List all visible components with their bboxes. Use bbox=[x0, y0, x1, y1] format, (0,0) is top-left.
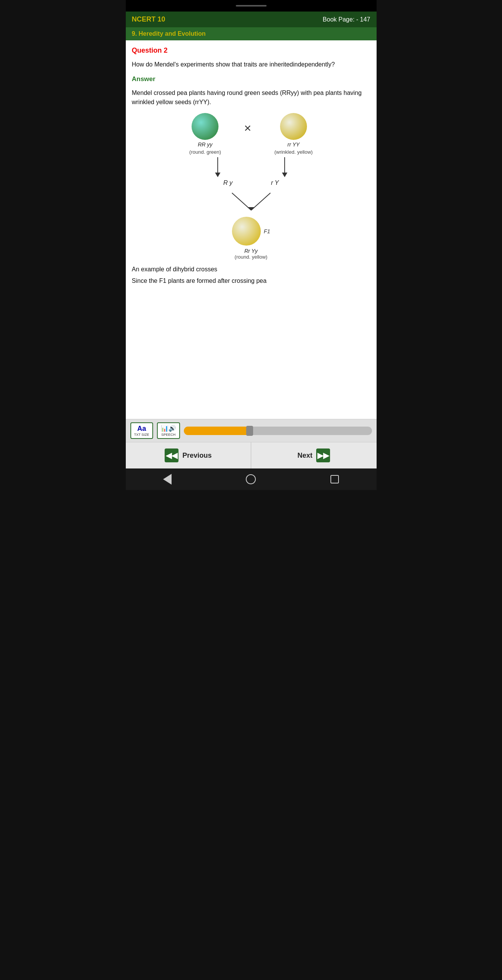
gamete1-label: R y bbox=[223, 179, 232, 186]
previous-label: Previous bbox=[182, 452, 212, 460]
converge-arrows-svg bbox=[209, 191, 294, 212]
parent1-seed bbox=[192, 113, 218, 140]
svg-line-2 bbox=[251, 193, 270, 210]
chapter-bar: 9. Heredity and Evolution bbox=[126, 27, 377, 40]
page-reference: Book Page: - 147 bbox=[323, 16, 370, 23]
arrow-row-1 bbox=[215, 156, 287, 178]
previous-icon: ◀◀ bbox=[165, 448, 178, 462]
txt-size-button[interactable]: Aa TXT SIZE bbox=[130, 422, 153, 439]
content-area: Question 2 How do Mendel's experiments s… bbox=[126, 40, 377, 419]
f1-seed-row: F1 bbox=[232, 217, 270, 246]
f1-seed bbox=[232, 217, 261, 246]
arrow-head-2 bbox=[282, 173, 287, 177]
answer-intro: Mendel crossed pea plants having round g… bbox=[132, 88, 370, 107]
next-icon: ▶▶ bbox=[316, 448, 330, 462]
home-circle-icon bbox=[246, 474, 256, 484]
header-top: NCERT 10 Book Page: - 147 bbox=[126, 12, 377, 27]
phone-container: NCERT 10 Book Page: - 147 9. Heredity an… bbox=[126, 0, 377, 490]
f1-genotype: Rr Yy bbox=[244, 248, 258, 254]
next-button[interactable]: Next ▶▶ bbox=[251, 442, 377, 468]
parent2-genotype: rr YY bbox=[287, 141, 300, 148]
toolbar: Aa TXT SIZE 📊🔊 SPEECH bbox=[126, 419, 377, 442]
recents-button[interactable] bbox=[329, 474, 340, 485]
parent2: rr YY (wrinkled. yellow) bbox=[274, 113, 313, 155]
back-triangle-icon bbox=[163, 474, 172, 485]
f1-inline-label: F1 bbox=[264, 228, 270, 234]
parent2-phenotype: (wrinkled. yellow) bbox=[274, 149, 313, 155]
gamete-row: R y r Y bbox=[223, 179, 279, 186]
slider-thumb[interactable] bbox=[246, 426, 253, 436]
home-button[interactable] bbox=[245, 474, 256, 485]
cross-symbol: × bbox=[244, 121, 252, 135]
f1-section: F1 Rr Yy (round. yellow) bbox=[232, 217, 270, 260]
question-label: Question 2 bbox=[132, 47, 370, 55]
speech-button[interactable]: 📊🔊 SPEECH bbox=[157, 422, 180, 439]
app-container: NCERT 10 Book Page: - 147 9. Heredity an… bbox=[126, 12, 377, 490]
parent2-seed bbox=[280, 113, 307, 140]
arrow-parent1 bbox=[215, 157, 220, 177]
gamete2-label: r Y bbox=[271, 179, 279, 186]
f1-phenotype: (round. yellow) bbox=[235, 254, 267, 260]
genetics-diagram: RR yy (round. green) × rr YY (wrinkled. … bbox=[132, 113, 370, 260]
back-button[interactable] bbox=[162, 474, 173, 485]
next-label: Next bbox=[297, 452, 312, 460]
bottom-nav bbox=[126, 468, 377, 490]
parent1-phenotype: (round. green) bbox=[189, 149, 221, 155]
parent1: RR yy (round. green) bbox=[189, 113, 221, 155]
parent-row: RR yy (round. green) × rr YY (wrinkled. … bbox=[189, 113, 313, 155]
previous-button[interactable]: ◀◀ Previous bbox=[126, 442, 252, 468]
chapter-title: 9. Heredity and Evolution bbox=[132, 30, 206, 37]
txt-size-icon: Aa bbox=[137, 425, 146, 433]
app-title: NCERT 10 bbox=[132, 15, 165, 23]
example-text: An example of dihybrid crosses bbox=[132, 266, 370, 273]
status-bar-indicator bbox=[236, 5, 267, 7]
arrow-line-1 bbox=[217, 157, 218, 173]
txt-size-label: TXT SIZE bbox=[134, 433, 149, 437]
slider-fill bbox=[184, 427, 250, 435]
converge-arrows-container bbox=[132, 191, 370, 212]
arrow-head-1 bbox=[215, 173, 220, 177]
since-text: Since the F1 plants are formed after cro… bbox=[132, 277, 370, 284]
navigation-bar: ◀◀ Previous Next ▶▶ bbox=[126, 442, 377, 468]
status-bar bbox=[126, 0, 377, 12]
speech-icon: 📊🔊 bbox=[161, 425, 176, 432]
question-text: How do Mendel's experiments show that tr… bbox=[132, 60, 370, 69]
answer-label: Answer bbox=[132, 75, 370, 83]
arrow-line-2 bbox=[284, 157, 285, 173]
recents-square-icon bbox=[330, 475, 339, 483]
speech-label: SPEECH bbox=[161, 433, 175, 437]
audio-slider[interactable] bbox=[184, 427, 372, 435]
arrow-parent2 bbox=[282, 157, 287, 177]
parent1-genotype: RR yy bbox=[198, 141, 212, 148]
